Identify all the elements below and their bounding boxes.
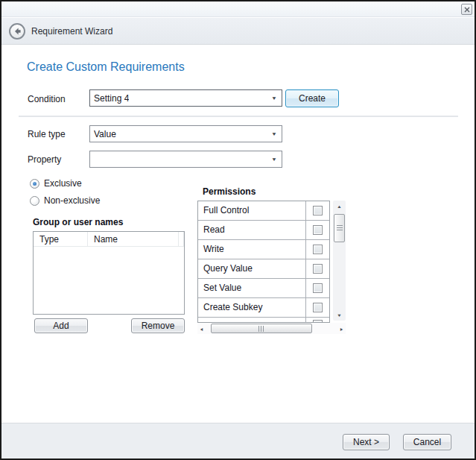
permission-row[interactable]: Query Value [198, 259, 329, 279]
radio-icon [30, 196, 39, 206]
permission-checkbox[interactable] [313, 225, 323, 235]
back-arrow-icon [13, 27, 22, 36]
create-button[interactable]: Create [285, 89, 339, 107]
permission-name[interactable]: Enumerate Subkeys [198, 318, 306, 322]
permission-row[interactable]: Create Subkey [198, 298, 329, 318]
permission-checkbox[interactable] [313, 206, 323, 215]
remove-button[interactable]: Remove [131, 318, 185, 333]
requirement-wizard-window: Requirement Wizard Create Custom Require… [0, 0, 476, 460]
titlebar [1, 1, 475, 17]
scroll-up-icon[interactable]: ▲ [337, 204, 342, 209]
condition-select[interactable]: Setting 4 ▼ [89, 89, 282, 107]
window-title: Requirement Wizard [31, 18, 112, 45]
permission-name[interactable]: Read [198, 221, 306, 239]
permission-row[interactable]: Full Control [198, 201, 329, 221]
radio-non-exclusive[interactable]: Non-exclusive [30, 195, 100, 206]
chevron-down-icon: ▼ [271, 95, 277, 101]
rule-type-label: Rule type [28, 129, 66, 139]
property-label: Property [28, 154, 61, 165]
permission-checkbox[interactable] [313, 320, 323, 322]
permission-row[interactable]: Set Value [198, 279, 329, 298]
back-button[interactable] [9, 23, 25, 40]
column-header-stub [179, 232, 184, 247]
permission-row[interactable]: Read [198, 221, 329, 240]
column-header-name[interactable]: Name [88, 232, 179, 247]
chevron-down-icon: ▼ [271, 131, 277, 136]
permission-name[interactable]: Write [198, 240, 306, 259]
radio-exclusive[interactable]: Exclusive [30, 178, 82, 189]
permission-checkbox[interactable] [313, 303, 323, 312]
horizontal-scroll-thumb[interactable] [211, 324, 312, 333]
radio-exclusive-label: Exclusive [44, 178, 82, 189]
rule-type-select[interactable]: Value ▼ [89, 125, 282, 142]
radio-icon [30, 179, 39, 189]
list-header: Type Name [34, 232, 184, 247]
next-button[interactable]: Next > [343, 434, 390, 450]
add-button[interactable]: Add [34, 318, 88, 333]
radio-non-exclusive-label: Non-exclusive [44, 195, 100, 206]
cancel-button[interactable]: Cancel [403, 434, 451, 450]
permissions-vertical-scrollbar[interactable]: ▲ ▼ [333, 201, 346, 321]
page-title: Create Custom Requirements [27, 60, 185, 74]
group-list-label: Group or user names [33, 217, 123, 227]
vertical-scroll-thumb[interactable] [334, 214, 345, 242]
column-header-type[interactable]: Type [34, 232, 88, 247]
scroll-down-icon[interactable]: ▼ [337, 313, 342, 318]
wizard-header: Requirement Wizard [1, 18, 475, 45]
close-icon [464, 7, 470, 13]
thumb-grip [337, 225, 343, 232]
permissions-horizontal-scrollbar[interactable]: ◄ ► [197, 323, 346, 334]
thumb-grip [258, 326, 265, 332]
permission-name[interactable]: Set Value [198, 279, 306, 297]
permission-row[interactable]: Write [198, 240, 329, 259]
permission-checkbox[interactable] [313, 264, 323, 274]
permission-name[interactable]: Query Value [198, 259, 306, 278]
group-user-list[interactable]: Type Name [33, 231, 185, 315]
scroll-right-icon[interactable]: ► [340, 326, 344, 331]
permission-row-partial[interactable]: Enumerate Subkeys [198, 318, 329, 322]
rule-type-value: Value [94, 129, 116, 139]
permissions-label: Permissions [203, 186, 256, 197]
condition-label: Condition [28, 94, 66, 104]
section-separator [19, 116, 458, 117]
list-body[interactable] [34, 247, 184, 314]
condition-value: Setting 4 [94, 93, 129, 104]
permissions-grid: Full Control Read Write Query Value Set … [197, 201, 330, 323]
property-select[interactable]: ▼ [89, 151, 282, 168]
scroll-left-icon[interactable]: ◄ [200, 326, 204, 331]
permission-checkbox[interactable] [313, 283, 323, 293]
footer-bar: Next > Cancel [1, 423, 475, 459]
chevron-down-icon: ▼ [271, 157, 277, 162]
permission-name[interactable]: Full Control [198, 201, 306, 220]
close-button[interactable] [461, 4, 472, 15]
permission-name[interactable]: Create Subkey [198, 298, 306, 317]
permission-checkbox[interactable] [313, 245, 323, 254]
